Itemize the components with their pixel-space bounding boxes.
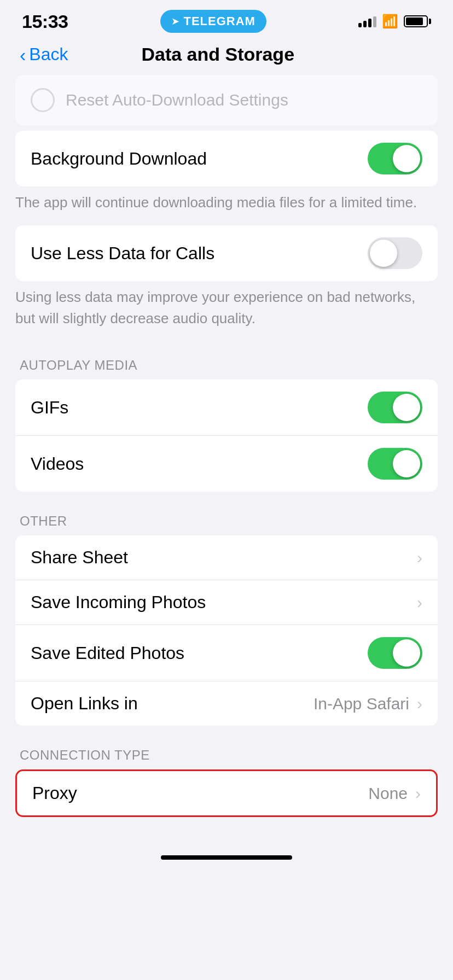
save-edited-photos-label: Save Edited Photos	[31, 643, 368, 663]
save-edited-photos-row: Save Edited Photos	[15, 625, 438, 681]
connection-section: CONNECTION TYPE Proxy None ›	[0, 731, 453, 817]
save-incoming-photos-chevron-icon: ›	[417, 594, 422, 611]
save-incoming-photos-row[interactable]: Save Incoming Photos ›	[15, 580, 438, 625]
telegram-notification: ➤ TELEGRAM	[160, 10, 266, 33]
open-links-label: Open Links in	[31, 693, 313, 714]
battery-icon	[404, 15, 431, 27]
videos-row: Videos	[15, 435, 438, 492]
back-chevron-icon: ‹	[20, 45, 26, 64]
proxy-value: None	[368, 784, 408, 803]
save-edited-photos-toggle[interactable]	[368, 637, 422, 669]
use-less-data-label: Use Less Data for Calls	[31, 243, 368, 264]
home-bar	[161, 855, 292, 860]
home-indicator	[0, 844, 453, 865]
status-time: 15:33	[22, 11, 68, 32]
telegram-icon: ➤	[171, 15, 179, 27]
status-icons: 📶	[358, 14, 431, 29]
wifi-icon: 📶	[382, 14, 398, 29]
autoplay-section-header: AUTOPLAY MEDIA	[0, 341, 453, 380]
proxy-value-group: None ›	[368, 784, 421, 803]
signal-icon	[358, 15, 376, 27]
use-less-data-row: Use Less Data for Calls	[15, 225, 438, 281]
reset-label: Reset Auto-Download Settings	[66, 91, 288, 109]
telegram-pill: ➤ TELEGRAM	[160, 10, 266, 33]
reset-circle-icon	[31, 88, 55, 112]
back-label: Back	[29, 44, 68, 65]
open-links-chevron-icon: ›	[417, 696, 422, 712]
reset-auto-download-card[interactable]: Reset Auto-Download Settings	[15, 75, 438, 125]
background-download-label: Background Download	[31, 149, 368, 169]
content: Reset Auto-Download Settings Background …	[0, 75, 453, 844]
save-incoming-photos-label: Save Incoming Photos	[31, 592, 417, 612]
other-section-header: OTHER	[0, 497, 453, 535]
background-download-card: Background Download	[15, 131, 438, 186]
use-less-data-card: Use Less Data for Calls	[15, 225, 438, 281]
proxy-chevron-icon: ›	[415, 785, 421, 802]
status-bar: 15:33 ➤ TELEGRAM 📶	[0, 0, 453, 38]
proxy-label: Proxy	[32, 783, 368, 803]
share-sheet-row[interactable]: Share Sheet ›	[15, 535, 438, 580]
other-card: Share Sheet › Save Incoming Photos › Sav…	[15, 535, 438, 726]
share-sheet-label: Share Sheet	[31, 547, 417, 568]
videos-label: Videos	[31, 454, 368, 474]
background-download-toggle[interactable]	[368, 143, 422, 174]
telegram-label: TELEGRAM	[184, 14, 255, 28]
use-less-data-desc: Using less data may improve your experie…	[0, 287, 453, 341]
videos-toggle[interactable]	[368, 448, 422, 480]
background-download-desc: The app will continue downloading media …	[0, 192, 453, 225]
background-download-row: Background Download	[15, 131, 438, 186]
page-title: Data and Storage	[141, 44, 294, 65]
connection-section-header: CONNECTION TYPE	[0, 731, 453, 769]
gifs-row: GIFs	[15, 380, 438, 435]
back-button[interactable]: ‹ Back	[20, 44, 68, 65]
proxy-row[interactable]: Proxy None ›	[17, 771, 436, 815]
use-less-data-toggle[interactable]	[368, 237, 422, 269]
open-links-value: In-App Safari	[313, 695, 409, 713]
proxy-card[interactable]: Proxy None ›	[15, 769, 438, 817]
gifs-label: GIFs	[31, 398, 368, 418]
open-links-row[interactable]: Open Links in In-App Safari ›	[15, 681, 438, 726]
share-sheet-chevron-icon: ›	[417, 550, 422, 566]
gifs-toggle[interactable]	[368, 392, 422, 423]
nav-bar: ‹ Back Data and Storage	[0, 38, 453, 75]
autoplay-card: GIFs Videos	[15, 380, 438, 492]
open-links-value-group: In-App Safari ›	[313, 695, 422, 713]
